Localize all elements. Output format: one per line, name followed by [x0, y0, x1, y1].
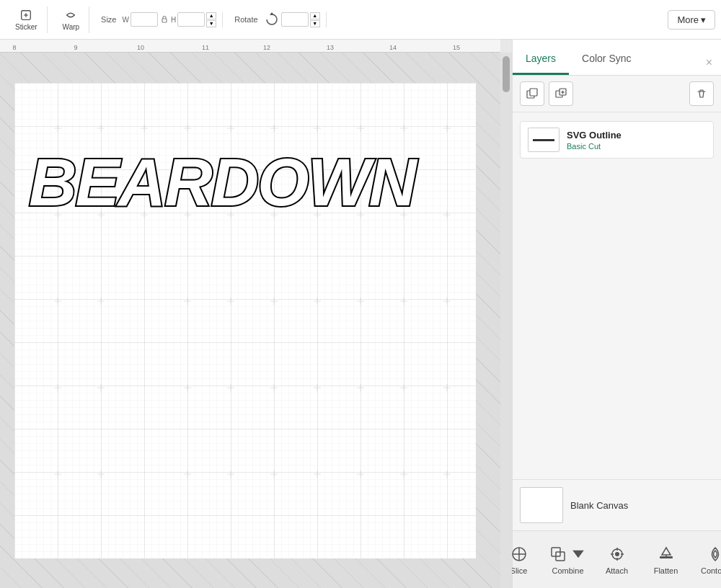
more-label: More [677, 14, 699, 25]
ruler-top: 8 9 10 11 12 13 14 15 [0, 40, 500, 53]
ruler-mark-12: 12 [263, 44, 270, 51]
sticker-group: Sticker [6, 6, 48, 33]
ruler-mark-14: 14 [389, 44, 397, 51]
layer-thumbnail [528, 128, 559, 152]
panel-close-button[interactable]: × [697, 50, 721, 75]
layer-item-svg-outline[interactable]: SVG Outline Basic Cut [520, 121, 714, 159]
combine-icon [549, 545, 567, 564]
delete-icon [696, 88, 707, 99]
rotate-up-btn[interactable]: ▲ [310, 12, 320, 19]
bottom-toolbar: Slice Combine [513, 530, 721, 588]
combine-dropdown-arrow [569, 545, 588, 564]
canvas-area[interactable]: 8 9 10 11 12 13 14 15 [0, 40, 512, 588]
ruler-mark-10: 10 [137, 44, 144, 51]
right-panel: Layers Color Sync × [512, 40, 721, 588]
vertical-scrollbar[interactable] [500, 53, 512, 588]
contour-label: Contour [701, 566, 721, 575]
width-input[interactable] [131, 12, 158, 27]
flatten-label: Flatten [654, 566, 678, 575]
warp-button[interactable]: Warp [59, 6, 84, 33]
attach-label: Attach [606, 566, 628, 575]
panel-toolbar [513, 76, 721, 112]
flatten-icon [657, 545, 676, 564]
svg-marker-4 [270, 12, 274, 15]
ruler-mark-8: 8 [12, 44, 16, 51]
svg-rect-119 [660, 556, 673, 558]
rotate-group: Rotate ▲ ▼ [229, 12, 326, 27]
sticker-label: Sticker [15, 23, 37, 31]
rotate-input[interactable] [281, 12, 309, 27]
canvas-thumbnail-area: Blank Canvas [513, 479, 721, 530]
svg-text:BEARDOWN: BEARDOWN [29, 146, 419, 219]
add-layer-icon [526, 88, 538, 99]
sticker-button[interactable]: Sticker [12, 6, 41, 33]
contour-button[interactable]: Contour [694, 540, 722, 579]
svg-rect-102 [530, 89, 537, 96]
svg-rect-3 [162, 19, 167, 22]
ruler-mark-11: 11 [202, 44, 209, 51]
slice-icon [510, 545, 528, 564]
lock-icon [159, 14, 169, 24]
warp-group: Warp [53, 6, 90, 33]
slice-label: Slice [510, 566, 528, 575]
layer-name: SVG Outline [567, 130, 622, 141]
height-input[interactable] [177, 12, 205, 27]
height-up-btn[interactable]: ▲ [206, 12, 216, 19]
ruler-mark-15: 15 [453, 44, 460, 51]
attach-button[interactable]: Attach [596, 540, 639, 579]
layer-line-indicator [533, 139, 554, 141]
layer-info: SVG Outline Basic Cut [567, 130, 622, 151]
beardown-svg: .bd-text { font-family: 'Arial Black', '… [22, 133, 469, 220]
delete-layer-button[interactable] [689, 81, 714, 106]
tab-color-sync[interactable]: Color Sync [569, 47, 644, 75]
tab-layers[interactable]: Layers [513, 47, 569, 75]
canvas-thumbnail-row: Blank Canvas [520, 487, 714, 523]
more-button[interactable]: More ▾ [668, 10, 715, 30]
canvas-thumbnail [520, 487, 563, 523]
rotate-down-btn[interactable]: ▼ [310, 20, 320, 27]
svg-point-114 [615, 552, 619, 556]
more-arrow-icon: ▾ [701, 14, 706, 25]
main-content: 8 9 10 11 12 13 14 15 [0, 40, 721, 588]
rotate-icon [264, 12, 280, 27]
layer-list: SVG Outline Basic Cut [513, 112, 721, 479]
duplicate-icon [555, 88, 567, 99]
duplicate-layer-button[interactable] [549, 81, 573, 106]
height-down-btn[interactable]: ▼ [206, 20, 216, 27]
rotate-label: Rotate [234, 15, 257, 24]
svg-marker-112 [572, 550, 584, 557]
ruler-mark-13: 13 [327, 44, 334, 51]
flatten-button[interactable]: Flatten [645, 540, 688, 579]
combine-label: Combine [552, 566, 583, 575]
ruler-mark-9: 9 [74, 44, 77, 51]
scrollbar-thumb[interactable] [503, 56, 510, 92]
canvas-label: Blank Canvas [570, 500, 628, 511]
combine-button[interactable]: Combine [547, 540, 590, 579]
beardown-text-container[interactable]: .bd-text { font-family: 'Arial Black', '… [22, 133, 469, 220]
more-group: More ▾ [668, 10, 715, 30]
contour-icon [706, 545, 722, 564]
layer-type: Basic Cut [567, 142, 622, 151]
top-toolbar: Sticker Warp Size W H ▲ ▼ Rotate [0, 0, 721, 40]
size-group: Size W H ▲ ▼ [95, 12, 223, 27]
warp-label: Warp [63, 23, 80, 31]
size-label: Size [101, 15, 116, 24]
add-layer-button[interactable] [520, 81, 544, 106]
panel-tabs: Layers Color Sync × [513, 40, 721, 76]
attach-icon [608, 545, 627, 564]
